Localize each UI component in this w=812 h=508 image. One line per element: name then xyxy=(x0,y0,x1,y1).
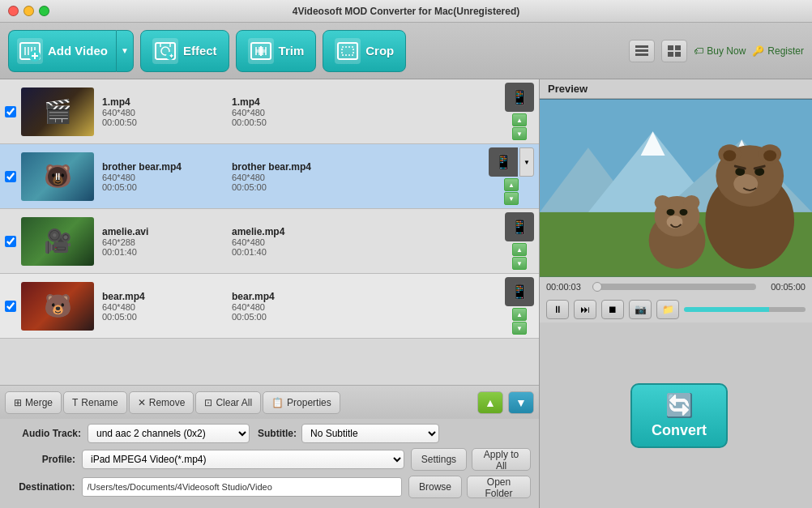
left-panel: 🎬 1.mp4 640*480 00:00:50 1.mp4 640*480 0… xyxy=(0,79,539,508)
row-checkbox-1[interactable] xyxy=(5,106,16,117)
pause-overlay: ⏸ xyxy=(48,167,67,186)
open-folder-button[interactable]: Open Folder xyxy=(467,476,531,498)
rename-button[interactable]: T Rename xyxy=(63,391,127,414)
expand-btn-1[interactable]: ▲ xyxy=(512,113,527,126)
list-view-button[interactable] xyxy=(629,40,655,62)
tag-icon: 🏷 xyxy=(694,45,703,57)
audio-track-select[interactable]: und aac 2 channels (0x2) xyxy=(88,424,250,443)
properties-icon: 📋 xyxy=(271,397,284,408)
row-checkbox-2[interactable] xyxy=(5,171,16,182)
step-forward-button[interactable]: ⏭ xyxy=(574,300,596,319)
register-button[interactable]: 🔑 Register xyxy=(752,45,804,57)
device-dropdown-2[interactable]: ▼ xyxy=(519,147,534,177)
grid-view-button[interactable] xyxy=(661,40,687,62)
file-dur-out-4: 00:05:00 xyxy=(232,312,329,322)
move-up-button[interactable]: ▲ xyxy=(477,391,503,414)
row-actions-2: 📱 ▼ ▲ ▼ xyxy=(489,147,534,205)
svg-rect-29 xyxy=(675,52,681,57)
svg-rect-27 xyxy=(675,45,681,50)
add-video-button[interactable]: Add Video ▼ xyxy=(8,30,134,72)
thumbnail-1: 🎬 xyxy=(21,88,94,136)
collapse-btn-4[interactable]: ▼ xyxy=(512,322,527,335)
title-bar: 4Videosoft MOD Converter for Mac(Unregis… xyxy=(0,0,812,23)
properties-button[interactable]: 📋 Properties xyxy=(263,391,340,414)
merge-button[interactable]: ⊞ Merge xyxy=(5,391,62,414)
convert-button[interactable]: 🔄 Convert xyxy=(630,383,728,448)
device-icon-3[interactable]: 📱 xyxy=(505,212,534,241)
profile-row: Profile: iPad MPEG4 Video(*.mp4) Setting… xyxy=(8,448,531,471)
collapse-btn-2[interactable]: ▼ xyxy=(504,192,519,205)
row-arrows-1: ▲ ▼ xyxy=(512,113,527,140)
file-dur-out-1: 00:00:50 xyxy=(232,117,329,127)
progress-track[interactable] xyxy=(596,284,756,290)
expand-btn-3[interactable]: ▲ xyxy=(512,243,527,256)
row-actions-1: 📱 ▲ ▼ xyxy=(505,83,534,140)
file-info-1: 1.mp4 640*480 00:00:50 1.mp4 640*480 00:… xyxy=(102,96,505,127)
add-video-label: Add Video xyxy=(48,44,108,58)
bottom-toolbar: ⊞ Merge T Rename ✕ Remove ⊡ Clear All 📋 … xyxy=(0,385,539,419)
table-row[interactable]: 🎥 amelie.avi 640*288 00:01:40 amelie.mp4… xyxy=(0,209,539,274)
apply-to-all-button[interactable]: Apply to All xyxy=(472,448,531,471)
file-name-src-2: brother bear.mp4 xyxy=(102,161,199,173)
register-label: Register xyxy=(767,45,804,57)
main-area: 🎬 1.mp4 640*480 00:00:50 1.mp4 640*480 0… xyxy=(0,79,812,508)
expand-btn-4[interactable]: ▲ xyxy=(512,308,527,321)
preview-video xyxy=(540,99,812,277)
window-controls[interactable] xyxy=(8,6,49,16)
pause-button[interactable]: ⏸ xyxy=(546,300,569,319)
table-row[interactable]: 🎬 1.mp4 640*480 00:00:50 1.mp4 640*480 0… xyxy=(0,79,539,144)
clear-all-button[interactable]: ⊡ Clear All xyxy=(195,391,261,414)
stop-button[interactable]: ⏹ xyxy=(601,300,624,319)
collapse-btn-3[interactable]: ▼ xyxy=(512,257,527,270)
file-dur-out-2: 00:05:00 xyxy=(232,182,329,192)
clear-icon: ⊡ xyxy=(204,397,212,408)
file-source-3: amelie.avi 640*288 00:01:40 xyxy=(102,226,199,257)
device-icon-4[interactable]: 📱 xyxy=(505,277,534,306)
thumbnail-2: 🐻 ⏸ xyxy=(21,152,94,201)
minimize-button[interactable] xyxy=(24,6,34,16)
destination-input[interactable] xyxy=(82,477,402,497)
expand-btn-2[interactable]: ▲ xyxy=(504,178,519,191)
file-output-4: bear.mp4 640*480 00:05:00 xyxy=(232,291,329,322)
device-icon-1[interactable]: 📱 xyxy=(505,83,534,112)
merge-icon: ⊞ xyxy=(14,397,22,408)
row-actions-4: 📱 ▲ ▼ xyxy=(505,277,534,335)
row-checkbox-3[interactable] xyxy=(5,236,16,247)
subtitle-select[interactable]: No Subtitle xyxy=(301,424,439,443)
settings-button[interactable]: Settings xyxy=(411,448,467,471)
buy-now-button[interactable]: 🏷 Buy Now xyxy=(694,45,746,57)
table-row[interactable]: 🐻 bear.mp4 640*480 00:05:00 bear.mp4 640… xyxy=(0,274,539,339)
file-info-2: brother bear.mp4 640*480 00:05:00 brothe… xyxy=(102,161,489,192)
destination-label: Destination: xyxy=(8,481,75,493)
remove-button[interactable]: ✕ Remove xyxy=(129,391,194,414)
profile-select[interactable]: iPad MPEG4 Video(*.mp4) xyxy=(82,450,404,469)
crop-button[interactable]: Crop xyxy=(323,30,406,72)
add-video-main[interactable]: Add Video xyxy=(8,30,116,72)
main-toolbar: Add Video ▼ ✦ Effect xyxy=(0,23,812,79)
effect-button[interactable]: ✦ Effect xyxy=(140,30,229,72)
row-checkbox-4[interactable] xyxy=(5,301,16,312)
table-row[interactable]: 🐻 ⏸ brother bear.mp4 640*480 00:05:00 br… xyxy=(0,144,539,209)
move-down-button[interactable]: ▼ xyxy=(508,391,534,414)
volume-slider[interactable] xyxy=(684,307,806,312)
file-name-out-2: brother bear.mp4 xyxy=(232,161,329,173)
device-icon-2[interactable]: 📱 xyxy=(489,147,518,177)
folder-button[interactable]: 📁 xyxy=(656,300,679,319)
settings-area: Audio Track: und aac 2 channels (0x2) Su… xyxy=(0,419,539,508)
trim-button[interactable]: Trim xyxy=(236,30,317,72)
file-output-2: brother bear.mp4 640*480 00:05:00 xyxy=(232,161,329,192)
snapshot-button[interactable]: 📷 xyxy=(629,300,652,319)
file-source-1: 1.mp4 640*480 00:00:50 xyxy=(102,96,199,127)
file-res-src-1: 640*480 xyxy=(102,108,199,117)
file-res-out-3: 640*480 xyxy=(232,237,329,247)
maximize-button[interactable] xyxy=(39,6,49,16)
browse-button[interactable]: Browse xyxy=(408,476,462,498)
collapse-btn-1[interactable]: ▼ xyxy=(512,127,527,140)
playback-controls: ⏸ ⏭ ⏹ 📷 📁 xyxy=(540,297,812,322)
file-dur-src-3: 00:01:40 xyxy=(102,247,199,257)
file-name-src-1: 1.mp4 xyxy=(102,96,199,108)
add-video-dropdown[interactable]: ▼ xyxy=(116,30,134,72)
file-name-out-1: 1.mp4 xyxy=(232,96,329,108)
add-video-icon xyxy=(17,38,43,64)
close-button[interactable] xyxy=(8,6,19,16)
